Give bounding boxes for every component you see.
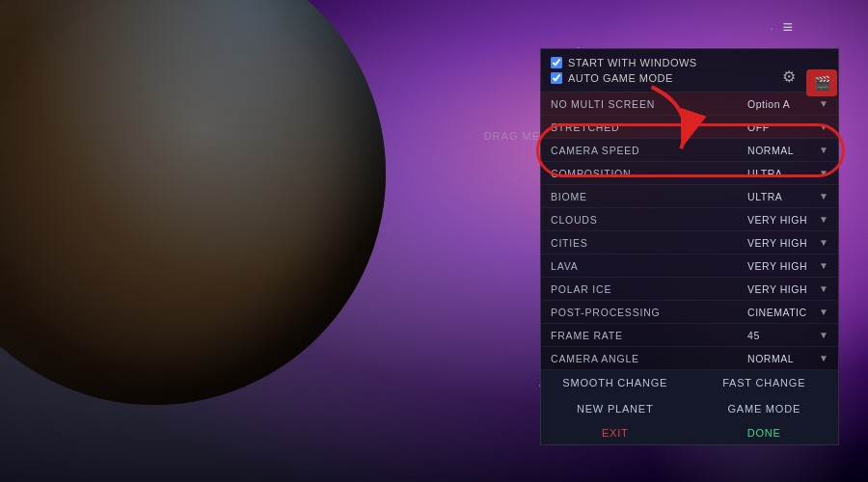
- setting-row-no-multi-screen[interactable]: NO MULTI SCREEN Option A ▼: [541, 93, 838, 116]
- setting-row-post-processing[interactable]: POST-PROCESSING CINEMATIC ▼: [541, 301, 838, 324]
- checkbox-start-windows-label: START WITH WINDOWS: [568, 57, 697, 68]
- dropdown-arrow-stretched: ▼: [819, 121, 828, 132]
- label-biome: BIOME: [551, 191, 587, 202]
- setting-row-polar-ice[interactable]: POLAR ICE VERY HIGH ▼: [541, 278, 838, 301]
- settings-panel: START WITH WINDOWS AUTO GAME MODE NO MUL…: [540, 48, 839, 445]
- checkbox-auto-game[interactable]: [551, 72, 562, 84]
- bottom-buttons-area: EXIT DONE: [541, 421, 838, 444]
- dropdown-arrow-clouds: ▼: [819, 214, 828, 225]
- value-frame-rate[interactable]: 45 ▼: [747, 330, 828, 341]
- value-stretched[interactable]: OFF ▼: [747, 121, 828, 133]
- label-lava: LAVA: [551, 260, 579, 272]
- setting-row-stretched[interactable]: STRETCHED OFF ▼: [541, 116, 838, 139]
- setting-row-frame-rate[interactable]: FRAME RATE 45 ▼: [541, 324, 838, 347]
- value-no-multi-screen[interactable]: Option A ▼: [747, 98, 828, 110]
- value-text-polar-ice: VERY HIGH: [747, 283, 815, 295]
- label-polar-ice: POLAR ICE: [551, 283, 611, 295]
- checkbox-auto-game-label: AUTO GAME MODE: [568, 72, 673, 84]
- label-clouds: CLOUDS: [551, 214, 598, 226]
- value-post-processing[interactable]: CINEMATIC ▼: [747, 307, 828, 318]
- value-text-composition: ULTRA: [747, 168, 815, 179]
- value-text-camera-angle: NORMAL: [747, 353, 815, 364]
- label-camera-speed: CAMERA SPEED: [551, 145, 639, 156]
- value-text-frame-rate: 45: [747, 330, 815, 341]
- dropdown-arrow-biome: ▼: [819, 191, 828, 201]
- smooth-change-button[interactable]: SMOOTH CHANGE: [541, 370, 690, 395]
- value-text-post-processing: CINEMATIC: [747, 307, 815, 318]
- settings-rows: NO MULTI SCREEN Option A ▼ STRETCHED OFF…: [541, 93, 838, 370]
- dropdown-arrow-post-processing: ▼: [819, 307, 828, 317]
- label-cities: CITIES: [551, 237, 588, 249]
- new-planet-button[interactable]: NEW PLANET: [541, 396, 690, 421]
- action-buttons-area: SMOOTH CHANGE FAST CHANGE NEW PLANET GAM…: [541, 370, 838, 421]
- setting-row-camera-angle[interactable]: CAMERA ANGLE NORMAL ▼: [541, 347, 838, 370]
- value-text-camera-speed: NORMAL: [747, 145, 815, 156]
- value-text-cities: VERY HIGH: [747, 237, 815, 249]
- video-icon[interactable]: 🎬: [806, 69, 837, 96]
- fast-change-button[interactable]: FAST CHANGE: [691, 370, 839, 395]
- gear-icon[interactable]: ⚙: [782, 67, 796, 86]
- label-frame-rate: FRAME RATE: [551, 330, 623, 341]
- setting-row-biome[interactable]: BIOME ULTRA ▼: [541, 185, 838, 208]
- dropdown-arrow-camera-angle: ▼: [819, 353, 828, 363]
- setting-row-cities[interactable]: CITIES VERY HIGH ▼: [541, 231, 838, 254]
- dropdown-arrow-no-multi-screen: ▼: [819, 98, 828, 109]
- label-camera-angle: CAMERA ANGLE: [551, 353, 639, 364]
- game-mode-button[interactable]: GAME MODE: [691, 396, 839, 421]
- hamburger-icon[interactable]: ≡: [782, 17, 791, 38]
- label-post-processing: POST-PROCESSING: [551, 307, 661, 318]
- label-stretched: STRETCHED: [551, 121, 619, 133]
- value-clouds[interactable]: VERY HIGH ▼: [747, 214, 828, 226]
- value-camera-speed[interactable]: NORMAL ▼: [747, 145, 828, 156]
- checkbox-start-windows[interactable]: [551, 57, 562, 68]
- value-text-stretched: OFF: [747, 121, 815, 133]
- setting-row-composition[interactable]: COMPOSITION ULTRA ▼: [541, 162, 838, 185]
- dropdown-arrow-polar-ice: ▼: [819, 283, 828, 294]
- setting-row-lava[interactable]: LAVA VERY HIGH ▼: [541, 254, 838, 278]
- dropdown-arrow-frame-rate: ▼: [819, 330, 828, 340]
- value-cities[interactable]: VERY HIGH ▼: [747, 237, 828, 249]
- dropdown-arrow-cities: ▼: [819, 237, 828, 248]
- setting-row-clouds[interactable]: CLOUDS VERY HIGH ▼: [541, 208, 838, 231]
- value-composition[interactable]: ULTRA ▼: [747, 168, 828, 179]
- value-camera-angle[interactable]: NORMAL ▼: [747, 353, 828, 364]
- value-text-no-multi-screen: Option A: [747, 98, 815, 110]
- setting-row-camera-speed[interactable]: CAMERA SPEED NORMAL ▼: [541, 139, 838, 162]
- label-composition: COMPOSITION: [551, 168, 631, 179]
- label-no-multi-screen: NO MULTI SCREEN: [551, 98, 655, 110]
- dropdown-arrow-lava: ▼: [819, 260, 828, 271]
- value-lava[interactable]: VERY HIGH ▼: [747, 260, 828, 272]
- value-text-biome: ULTRA: [747, 191, 815, 202]
- value-biome[interactable]: ULTRA ▼: [747, 191, 828, 202]
- done-button[interactable]: DONE: [691, 421, 839, 444]
- dropdown-arrow-composition: ▼: [819, 168, 828, 178]
- value-text-clouds: VERY HIGH: [747, 214, 815, 226]
- exit-button[interactable]: EXIT: [541, 421, 690, 444]
- value-polar-ice[interactable]: VERY HIGH ▼: [747, 283, 828, 295]
- dropdown-arrow-camera-speed: ▼: [819, 145, 828, 155]
- drag-label: DRAG ME: [484, 130, 540, 142]
- value-text-lava: VERY HIGH: [747, 260, 815, 272]
